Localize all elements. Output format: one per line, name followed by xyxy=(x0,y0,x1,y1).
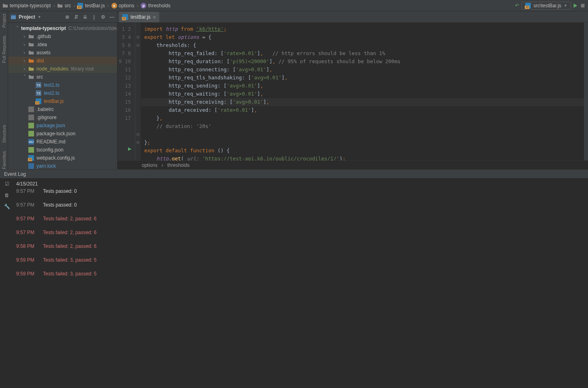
tree-file-test1[interactable]: TStest1.ts xyxy=(8,81,117,89)
event-log-entry[interactable]: 9:57 PMTests passed: 0 xyxy=(16,188,588,194)
tree-file-yarnlock[interactable]: yarn.lock xyxy=(8,162,117,169)
minimize-icon[interactable]: — xyxy=(109,14,115,20)
tree-item-label: src xyxy=(36,74,43,80)
run-button[interactable] xyxy=(573,3,578,9)
editor-area: testBar.js × 1 2 3 4 5 6 7 8 9 10 11 12 … xyxy=(118,11,588,169)
breadcrumb-symbol-options[interactable]: v options xyxy=(111,3,135,9)
collapse-all-icon[interactable]: ⇊ xyxy=(82,14,88,20)
breadcrumb-options[interactable]: options xyxy=(142,162,158,168)
chevron-down-icon[interactable]: ▼ xyxy=(38,15,41,19)
breadcrumb-options-label: options xyxy=(119,3,135,9)
tree-folder-assets[interactable]: ›assets xyxy=(8,49,117,57)
tree-item-label: test1.ts xyxy=(44,82,60,88)
back-arrow-icon[interactable]: ↶ xyxy=(514,3,520,9)
tree-file-babelrc[interactable]: .babelrc xyxy=(8,105,117,113)
tree-item-label: .github xyxy=(36,34,51,39)
js-file-icon xyxy=(77,3,83,9)
folder-icon xyxy=(28,50,34,55)
tree-item-label: webpack.config.js xyxy=(36,155,75,161)
run-config-label: src\testBar.js xyxy=(533,3,561,9)
mark-read-icon[interactable]: ☑ xyxy=(4,181,10,187)
event-log-entry[interactable]: 9:57 PMTests passed: 0 xyxy=(16,202,588,208)
tree-file-tsconfig[interactable]: tsconfig.json xyxy=(8,146,117,154)
tree-file-readme[interactable]: MDREADME.md xyxy=(8,138,117,146)
event-log-header[interactable]: Event Log xyxy=(0,170,588,179)
sidebar-tab-favorites[interactable]: Favorites xyxy=(2,151,6,169)
locate-icon[interactable]: ⊕ xyxy=(64,14,70,20)
expand-all-icon[interactable]: ⇵ xyxy=(73,14,79,20)
stop-button[interactable] xyxy=(580,3,586,9)
fold-gutter[interactable]: ⊟ ⊟ ⊟ ⊟ xyxy=(135,23,141,160)
event-log-entry[interactable]: 9:57 PMTests failed: 2, passed: 6 xyxy=(16,216,588,222)
gear-icon[interactable]: ⚙ xyxy=(100,14,106,20)
chevron-right-icon[interactable]: › xyxy=(24,42,28,47)
run-config-dropdown[interactable]: src\testBar.js ▼ xyxy=(522,2,571,10)
tree-folder-node-modules[interactable]: ›node_moduleslibrary root xyxy=(8,65,117,73)
tree-file-package-lock[interactable]: package-lock.json xyxy=(8,130,117,138)
event-log-content[interactable]: 4/15/2021 9:57 PMTests passed: 09:57 PMT… xyxy=(14,179,588,388)
tree-file-gitignore[interactable]: .gitignore xyxy=(8,113,117,122)
code-content[interactable]: import http from 'k6/http'; export let o… xyxy=(141,23,584,160)
chevron-down-icon[interactable]: ˅ xyxy=(24,74,28,80)
editor-right-rail[interactable] xyxy=(584,23,588,160)
tree-root[interactable]: ˅ template-typescript C:\Users\mbolotov\… xyxy=(8,24,117,32)
close-icon[interactable]: × xyxy=(153,14,156,20)
event-log-entry[interactable]: 9:58 PMTests failed: 2, passed: 6 xyxy=(16,243,588,249)
breadcrumb-src[interactable]: src xyxy=(57,3,71,9)
json-file-icon xyxy=(28,131,34,136)
tree-folder-idea[interactable]: ›.idea xyxy=(8,41,117,49)
settings-icon[interactable]: 🔧 xyxy=(4,204,10,209)
event-log-entry[interactable]: 9:59 PMTests failed: 3, passed: 5 xyxy=(16,271,588,277)
tree-item-label: .gitignore xyxy=(36,115,56,120)
nav-breadcrumb-bar: template-typescript › src › testBar.js ›… xyxy=(0,0,588,11)
tree-file-testbar[interactable]: testBar.js xyxy=(8,97,117,105)
chevron-right-icon[interactable]: › xyxy=(24,66,28,72)
breadcrumb-file[interactable]: testBar.js xyxy=(77,3,105,9)
event-log-date: 4/15/2021 xyxy=(16,181,588,187)
event-log-panel: Event Log ☑ 🗑 🔧 4/15/2021 9:57 PMTests p… xyxy=(0,169,588,388)
tree-folder-dist[interactable]: ›dist xyxy=(8,57,117,65)
js-file-icon xyxy=(122,14,128,20)
sidebar-tab-pull-requests[interactable]: Pull Requests xyxy=(2,36,6,63)
json-file-icon xyxy=(28,123,34,128)
tree-folder-src[interactable]: ˅src xyxy=(8,73,117,81)
breadcrumb-file-label: testBar.js xyxy=(85,3,105,9)
tree-file-test2[interactable]: TStest2.ts xyxy=(8,89,117,97)
editor-tab-testbar[interactable]: testBar.js × xyxy=(119,12,159,22)
trash-icon[interactable]: 🗑 xyxy=(4,192,10,198)
project-icon xyxy=(11,14,16,20)
left-tool-strip: Project Pull Requests Structure Favorite… xyxy=(0,11,8,169)
folder-icon xyxy=(2,3,8,9)
editor-body[interactable]: 1 2 3 4 5 6 7 8 9 10 11 12 13 14 15 16 1… xyxy=(118,23,588,160)
breadcrumb-thresholds[interactable]: thresholds xyxy=(167,162,190,168)
tree-item-label: .idea xyxy=(36,42,47,47)
tree-folder-github[interactable]: ›.github xyxy=(8,32,117,41)
js-file-icon xyxy=(28,155,34,161)
chevron-right-icon[interactable]: › xyxy=(24,50,28,55)
project-pane-header: Project ▼ ⊕ ⇵ ⇊ | ⚙ — xyxy=(8,11,117,23)
chevron-down-icon[interactable]: ˅ xyxy=(16,26,19,31)
chevron-right-icon[interactable]: › xyxy=(24,34,28,39)
breadcrumb-project-label: template-typescript xyxy=(10,3,51,9)
project-tree[interactable]: ˅ template-typescript C:\Users\mbolotov\… xyxy=(8,23,117,169)
sidebar-tab-structure[interactable]: Structure xyxy=(2,125,6,143)
sidebar-tab-project[interactable]: Project xyxy=(2,14,6,28)
tree-file-package-json[interactable]: package.json xyxy=(8,122,117,130)
run-line-icon[interactable]: ▶ xyxy=(128,146,131,151)
breadcrumb-symbol-thresholds[interactable]: p thresholds xyxy=(141,3,170,9)
event-log-message: Tests failed: 2, passed: 6 xyxy=(43,216,96,222)
tree-file-webpack[interactable]: webpack.config.js xyxy=(8,154,117,162)
chevron-right-icon[interactable]: › xyxy=(24,58,28,64)
breadcrumb-project[interactable]: template-typescript xyxy=(2,3,51,9)
event-log-time: 9:57 PM xyxy=(16,188,39,194)
svg-rect-2 xyxy=(11,15,16,16)
event-log-message: Tests failed: 3, passed: 5 xyxy=(43,271,96,277)
tree-item-note: library root xyxy=(71,66,94,72)
event-log-entry[interactable]: 9:57 PMTests failed: 2, passed: 6 xyxy=(16,230,588,235)
event-log-entry[interactable]: 9:59 PMTests failed: 3, passed: 5 xyxy=(16,257,588,263)
divider-icon: | xyxy=(91,14,97,20)
breadcrumb-sep: › xyxy=(162,162,163,168)
svg-rect-0 xyxy=(581,4,585,7)
event-log-time: 9:57 PM xyxy=(16,202,39,208)
folder-icon xyxy=(28,74,34,80)
